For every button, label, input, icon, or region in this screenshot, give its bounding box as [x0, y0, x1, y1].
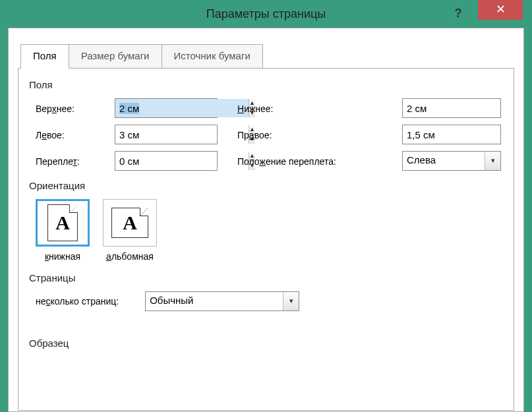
portrait-page-icon: A: [47, 204, 78, 241]
chevron-down-icon[interactable]: ▾: [485, 152, 500, 170]
titlebar: Параметры страницы ? ✕: [0, 0, 532, 28]
portrait-label: книжная: [36, 250, 90, 262]
gutter-position-select[interactable]: Слева ▾: [402, 151, 501, 171]
right-margin-spinner[interactable]: ▲▼: [402, 125, 501, 144]
orientation-group-label: Ориентация: [29, 180, 503, 191]
gutter-spinner[interactable]: ▲▼: [115, 151, 218, 171]
left-margin-spinner[interactable]: ▲▼: [115, 125, 218, 144]
tab-panel-margins: Поля Верхнее: ▲▼ Нижнее: ▲▼ Левое:: [18, 68, 514, 411]
dialog-body: Поля Размер бумаги Источник бумаги Поля …: [8, 28, 524, 412]
pages-group-label: Страницы: [29, 272, 503, 283]
landscape-page-icon: A: [111, 208, 148, 238]
close-button[interactable]: ✕: [478, 0, 523, 20]
orientation-landscape[interactable]: A альбомная: [103, 199, 157, 262]
chevron-down-icon[interactable]: ▾: [283, 292, 299, 310]
top-margin-input[interactable]: [115, 99, 249, 117]
bottom-margin-input[interactable]: [403, 99, 532, 117]
bottom-margin-spinner[interactable]: ▲▼: [402, 98, 501, 118]
tab-paper-source[interactable]: Источник бумаги: [162, 44, 263, 69]
margins-group-label: Поля: [29, 79, 503, 90]
right-margin-label: Правое:: [237, 129, 402, 140]
gutter-position-value: Слева: [403, 152, 485, 170]
gutter-label: Переплет:: [29, 156, 115, 167]
multiple-pages-select[interactable]: Обычный ▾: [145, 291, 299, 311]
multiple-pages-value: Обычный: [146, 292, 283, 310]
help-button[interactable]: ?: [449, 4, 467, 22]
top-margin-spinner[interactable]: ▲▼: [115, 98, 218, 118]
multiple-pages-label: несколько страниц:: [36, 296, 119, 307]
tab-paper-size[interactable]: Размер бумаги: [69, 44, 162, 69]
left-margin-label: Левое:: [29, 129, 115, 140]
landscape-label: альбомная: [103, 250, 157, 262]
dialog-title: Параметры страницы: [206, 7, 326, 21]
sample-group-label: Образец: [29, 338, 503, 349]
left-margin-input[interactable]: [115, 125, 249, 144]
gutter-position-label: Положение переплета:: [237, 156, 402, 167]
tab-bar: Поля Размер бумаги Источник бумаги: [20, 44, 523, 69]
orientation-portrait[interactable]: A книжная: [36, 199, 90, 262]
tab-margins[interactable]: Поля: [20, 44, 69, 69]
gutter-input[interactable]: [115, 152, 249, 170]
right-margin-input[interactable]: [403, 125, 532, 144]
bottom-margin-label: Нижнее:: [237, 103, 402, 114]
top-margin-label: Верхнее:: [29, 103, 115, 114]
